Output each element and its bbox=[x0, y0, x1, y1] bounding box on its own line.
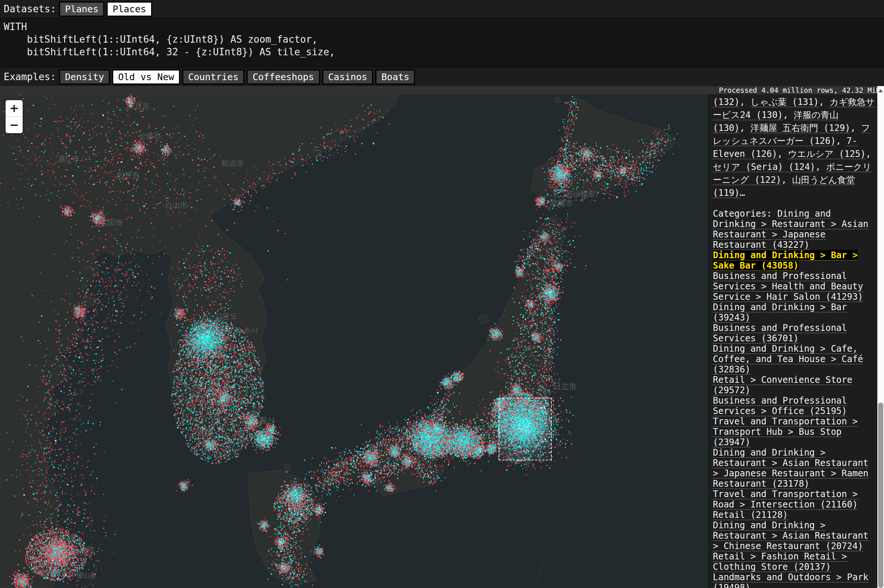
category-item: Retail (21128) bbox=[713, 510, 875, 520]
example-button-old-vs-new[interactable]: Old vs New bbox=[112, 69, 180, 85]
category-item: Business and Professional Services > Hea… bbox=[713, 271, 875, 302]
top-name-link[interactable]: (132) bbox=[713, 97, 740, 107]
example-button-boats[interactable]: Boats bbox=[375, 69, 415, 85]
category-link[interactable]: Landmarks and Outdoors > Park (19498) bbox=[713, 572, 868, 588]
categories-list: Categories: Dining and Drinking > Restau… bbox=[713, 208, 875, 588]
category-link[interactable]: Dining and Drinking > Restaurant > Asian… bbox=[713, 520, 868, 551]
scrollbar-thumb[interactable] bbox=[878, 402, 883, 588]
categories-prefix: Categories: bbox=[713, 208, 777, 219]
category-item: Dining and Drinking > Bar (39243) bbox=[713, 302, 875, 323]
category-item: Dining and Drinking > Restaurant > Asian… bbox=[713, 520, 875, 551]
map-zoom-control: + − bbox=[6, 100, 23, 133]
example-button-countries[interactable]: Countries bbox=[182, 69, 244, 85]
category-link[interactable]: Dining and Drinking > Restaurant > Asian… bbox=[713, 447, 868, 489]
examples-label: Examples: bbox=[4, 71, 56, 82]
category-link[interactable]: Business and Professional Services > Hea… bbox=[713, 271, 863, 302]
dataset-button-places[interactable]: Places bbox=[107, 2, 152, 17]
sql-query-text[interactable]: WITH bitShiftLeft(1::UInt64, {z:UInt8}) … bbox=[0, 18, 884, 58]
category-item: Retail > Fashion Retail > Clothing Store… bbox=[713, 551, 875, 572]
top-name-link[interactable]: しゃぶ葉 (131) bbox=[750, 97, 819, 107]
category-item: Travel and Transportation > Road > Inter… bbox=[713, 489, 875, 510]
dataset-button-group: PlanesPlaces bbox=[59, 2, 152, 17]
scroll-up-arrow-icon[interactable] bbox=[878, 89, 883, 92]
category-link[interactable]: Retail > Convenience Store (29572) bbox=[713, 375, 852, 396]
results-sidebar: (132), しゃぶ葉 (131), カギ救急サービス24 (130), 洋服の… bbox=[708, 94, 877, 588]
category-link-highlighted[interactable]: Dining and Drinking > Bar > Sake Bar (43… bbox=[713, 250, 858, 271]
example-button-group: DensityOld vs NewCountriesCoffeeshopsCas… bbox=[59, 69, 415, 85]
map-points-layer[interactable] bbox=[0, 94, 708, 588]
category-link[interactable]: Retail > Fashion Retail > Clothing Store… bbox=[713, 551, 847, 572]
top-name-link[interactable]: 洋麺屋 五右衛門 (129) bbox=[750, 123, 850, 133]
datasets-bar: Datasets: PlanesPlaces bbox=[0, 0, 884, 18]
category-item: Dining and Drinking > Bar > Sake Bar (43… bbox=[713, 250, 875, 271]
example-button-casinos[interactable]: Casinos bbox=[322, 69, 373, 85]
map-selection-rectangle[interactable] bbox=[499, 398, 552, 460]
category-item: Retail > Convenience Store (29572) bbox=[713, 375, 875, 396]
top-name-link[interactable]: ウエルシア (125) bbox=[788, 149, 866, 159]
sidebar-scrollbar[interactable] bbox=[877, 86, 884, 588]
zoom-in-button[interactable]: + bbox=[6, 100, 23, 117]
category-item: Dining and Drinking > Cafe, Coffee, and … bbox=[713, 344, 875, 375]
category-item: Business and Professional Services (3670… bbox=[713, 323, 875, 344]
examples-bar: Examples: DensityOld vs NewCountriesCoff… bbox=[0, 68, 884, 86]
category-item: Travel and Transportation > Transport Hu… bbox=[713, 416, 875, 447]
category-link[interactable]: Business and Professional Services (3670… bbox=[713, 323, 847, 344]
top-name-link[interactable]: セリア (Seria) (124) bbox=[713, 162, 815, 172]
zoom-out-button[interactable]: − bbox=[6, 117, 23, 133]
map-area[interactable]: 강원도개성시속초시울산日立市東京都苫小牧市室蘭市上海市海盐县岱山县松原市通辽市四… bbox=[0, 94, 708, 588]
sql-editor[interactable]: WITH bitShiftLeft(1::UInt64, {z:UInt8}) … bbox=[0, 18, 884, 68]
top-names-ellipsis: … bbox=[740, 188, 745, 198]
category-item: Landmarks and Outdoors > Park (19498) bbox=[713, 572, 875, 588]
example-button-density[interactable]: Density bbox=[59, 69, 110, 85]
datasets-label: Datasets: bbox=[4, 3, 56, 15]
status-bar: Processed 4.04 million rows, 42.32 MiB bbox=[0, 86, 884, 94]
category-link[interactable]: Business and Professional Services > Off… bbox=[713, 396, 847, 416]
category-link[interactable]: Dining and Drinking > Bar (39243) bbox=[713, 302, 847, 323]
status-text: Processed 4.04 million rows, 42.32 MiB bbox=[719, 86, 880, 94]
category-link[interactable]: Dining and Drinking > Cafe, Coffee, and … bbox=[713, 344, 863, 375]
category-link[interactable]: Retail (21128) bbox=[713, 510, 788, 520]
category-link[interactable]: Travel and Transportation > Transport Hu… bbox=[713, 416, 858, 447]
category-item: Business and Professional Services > Off… bbox=[713, 396, 875, 416]
category-item: Dining and Drinking > Restaurant > Asian… bbox=[713, 447, 875, 489]
example-button-coffeeshops[interactable]: Coffeeshops bbox=[247, 69, 320, 85]
dataset-button-planes[interactable]: Planes bbox=[59, 2, 104, 17]
top-names-list: (132), しゃぶ葉 (131), カギ救急サービス24 (130), 洋服の… bbox=[713, 96, 875, 200]
app-root: Datasets: PlanesPlaces WITH bitShiftLeft… bbox=[0, 0, 884, 588]
category-link[interactable]: Travel and Transportation > Road > Inter… bbox=[713, 489, 858, 510]
